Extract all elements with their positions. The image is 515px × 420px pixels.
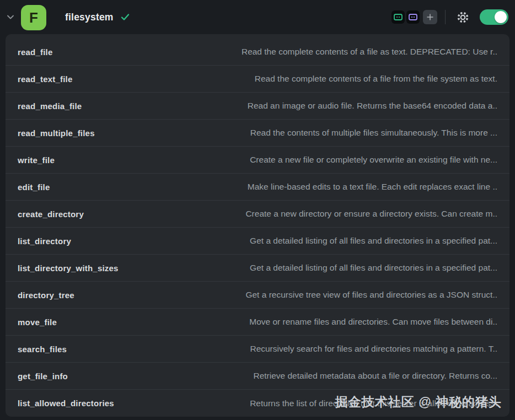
connected-check-icon <box>120 13 130 21</box>
tool-description: Read the complete contents of a file fro… <box>255 74 497 84</box>
table-row[interactable]: read_multiple_files Read the contents of… <box>6 120 509 147</box>
tools-table: read_file Read the complete contents of … <box>6 34 509 417</box>
table-row[interactable]: list_directory Get a detailed listing of… <box>6 228 509 255</box>
tool-name: search_files <box>18 344 67 354</box>
tool-name: list_allowed_directories <box>18 399 114 408</box>
tool-name: list_directory <box>18 236 71 246</box>
table-row[interactable]: get_file_info Retrieve detailed metadata… <box>6 363 509 390</box>
client-badge-purple[interactable] <box>406 10 420 24</box>
settings-button[interactable] <box>454 9 471 25</box>
tool-description: Recursively search for files and directo… <box>250 344 497 354</box>
toggle-knob <box>495 11 507 23</box>
tool-name: create_directory <box>18 209 84 219</box>
tool-name: read_file <box>18 47 53 57</box>
tool-description: Get a detailed listing of all files and … <box>250 236 497 246</box>
client-badge-green[interactable] <box>391 10 405 24</box>
tool-description: Make line-based edits to a text file. Ea… <box>248 182 497 192</box>
tool-description: Returns the list of directories that thi… <box>250 399 497 408</box>
add-button[interactable] <box>423 10 437 24</box>
table-row[interactable]: read_file Read the complete contents of … <box>6 39 509 66</box>
table-row[interactable]: create_directory Create a new directory … <box>6 201 509 228</box>
chevron-down-icon[interactable] <box>3 10 18 24</box>
tool-description: Read an image or audio file. Returns the… <box>248 101 497 111</box>
tool-description: Create a new directory or ensure a direc… <box>245 209 497 219</box>
server-header: F filesystem <box>0 0 515 34</box>
tool-description: Get a detailed listing of all files and … <box>250 263 497 273</box>
plus-icon <box>426 13 434 21</box>
table-row[interactable]: read_text_file Read the complete content… <box>6 66 509 93</box>
tool-name: read_text_file <box>18 74 73 84</box>
tool-description: Read the contents of multiple files simu… <box>250 128 497 138</box>
header-divider <box>445 10 446 24</box>
tool-description: Read the complete contents of a file as … <box>242 47 497 57</box>
header-actions <box>390 9 509 25</box>
table-row[interactable]: directory_tree Get a recursive tree view… <box>6 282 509 309</box>
tool-description: Create a new file or completely overwrit… <box>250 155 497 165</box>
tool-description: Get a recursive tree view of files and d… <box>245 290 497 300</box>
tool-name: edit_file <box>18 182 50 192</box>
table-row[interactable]: search_files Recursively search for file… <box>6 336 509 363</box>
table-row[interactable]: edit_file Make line-based edits to a tex… <box>6 174 509 201</box>
terminal-badge-purple-icon <box>408 13 418 21</box>
tool-name: read_multiple_files <box>18 128 95 138</box>
tool-name: get_file_info <box>18 371 68 381</box>
tool-name: read_media_file <box>18 101 82 111</box>
tool-name: write_file <box>18 155 55 165</box>
server-title: filesystem <box>65 12 114 23</box>
table-row[interactable]: write_file Create a new file or complete… <box>6 147 509 174</box>
tool-name: move_file <box>18 317 57 327</box>
tool-description: Move or rename files and directories. Ca… <box>249 317 497 327</box>
table-row[interactable]: read_media_file Read an image or audio f… <box>6 93 509 120</box>
table-row[interactable]: list_directory_with_sizes Get a detailed… <box>6 255 509 282</box>
gear-icon <box>455 10 470 25</box>
terminal-badge-green-icon <box>393 13 403 21</box>
server-avatar: F <box>21 5 46 30</box>
table-row[interactable]: list_allowed_directories Returns the lis… <box>6 390 509 417</box>
server-enabled-toggle[interactable] <box>480 9 508 25</box>
tool-name: list_directory_with_sizes <box>18 263 119 273</box>
tool-description: Retrieve detailed metadata about a file … <box>253 371 497 381</box>
server-avatar-letter: F <box>29 9 38 26</box>
table-row[interactable]: move_file Move or rename files and direc… <box>6 309 509 336</box>
tool-name: directory_tree <box>18 290 74 300</box>
